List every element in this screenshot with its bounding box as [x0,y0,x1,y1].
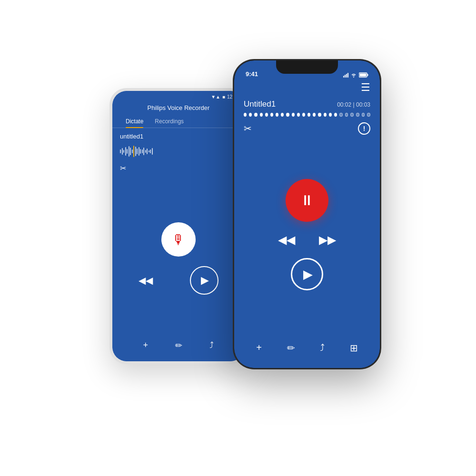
scene: ▼▲ ■ 12:30 Philips Voice Recorder Dictat… [95,60,381,416]
front-image-button[interactable]: ⊞ [350,342,358,354]
front-play-icon: ▶ [303,267,313,282]
progress-dot-filled [244,113,247,117]
back-share-button[interactable]: ⤴ [209,340,214,351]
signal-bars-icon [343,73,348,78]
back-edit-button[interactable]: ✏ [175,340,182,351]
progress-dot-filled [329,113,332,117]
front-status-time: 9:41 [246,70,258,78]
front-share-button[interactable]: ⤴ [320,342,325,354]
back-bottom-row: ◀◀ ▶ [120,266,237,295]
back-filename: untitled1 [120,133,237,140]
back-tab-dictate[interactable]: Dictate [120,115,149,128]
back-play-button[interactable]: ▶ [190,266,218,295]
progress-dot-filled [334,113,337,117]
front-phone: 9:41 [233,60,381,369]
progress-dot-empty [362,113,365,117]
pause-icon: ⏸ [300,192,314,208]
back-footer: + ✏ ⤴ [120,335,237,357]
menu-icon[interactable]: ☰ [361,81,370,94]
progress-dot-filled [297,113,300,117]
rewind-button[interactable]: ◀◀ [278,233,295,247]
progress-dot-filled [313,113,316,117]
back-add-button[interactable]: + [143,340,149,351]
warning-icon[interactable]: ! [358,122,370,135]
front-filename: Untitled1 [244,99,276,109]
progress-dot-filled [281,113,284,117]
progress-dot-empty [350,113,354,117]
front-play-button[interactable]: ▶ [291,258,323,290]
back-tab-recordings[interactable]: Recordings [149,115,189,128]
svg-rect-2 [367,74,368,76]
svg-rect-3 [360,74,367,77]
progress-dot-filled [318,113,321,117]
progress-dot-filled [292,113,295,117]
back-controls: 🎙 ◀◀ ▶ [120,182,237,335]
back-play-icon: ▶ [201,274,209,287]
back-status-bar: ▼▲ ■ 12:30 [112,91,245,102]
back-rewind-button[interactable]: ◀◀ [139,275,153,286]
front-recording-info: Untitled1 00:02 | 00:03 [234,98,380,113]
front-screen: 9:41 [234,60,380,368]
front-main-controls: ⏸ ◀◀ ▶▶ ▶ [234,142,380,337]
svg-point-0 [353,77,354,78]
scissors-icon[interactable]: ✂ [244,123,252,134]
battery-icon [359,72,368,78]
front-footer: + ✏ ⤴ ⊞ [234,337,380,368]
progress-dot-filled [276,113,278,117]
progress-dot-filled [286,113,289,117]
front-header: ☰ [234,79,380,98]
progress-dot-filled [265,113,268,117]
progress-dot-filled [249,113,252,117]
back-waveform [120,144,237,159]
wifi-icon [350,73,357,78]
progress-dot-empty [339,113,343,117]
phone-notch [276,60,338,74]
back-status-battery: ■ [222,94,225,99]
front-tools: ✂ ! [234,120,380,142]
back-mic-icon: 🎙 [172,232,185,248]
progress-dot-empty [356,113,359,117]
back-phone: ▼▲ ■ 12:30 Philips Voice Recorder Dictat… [109,88,248,364]
fast-forward-button[interactable]: ▶▶ [319,233,336,247]
progress-dot-filled [270,113,273,117]
progress-dot-empty [367,113,370,117]
back-status-signal: ▼▲ [211,94,220,99]
front-edit-button[interactable]: ✏ [287,342,295,354]
front-secondary-controls: ◀◀ ▶▶ [278,233,336,247]
progress-dot-filled [324,113,327,117]
front-progress-dots [234,113,380,120]
back-mic-button[interactable]: 🎙 [161,222,196,257]
back-app-title: Philips Voice Recorder [112,102,245,115]
front-status-icons [343,72,368,78]
progress-dot-filled [302,113,305,117]
progress-dot-filled [260,113,263,117]
front-add-button[interactable]: + [256,342,262,354]
progress-dot-filled [254,113,257,117]
back-scissors-icon[interactable]: ✂ [120,164,237,173]
progress-dot-empty [345,113,348,117]
front-time-display: 00:02 | 00:03 [337,101,370,108]
back-tabs: Dictate Recordings [112,115,245,128]
progress-dot-filled [307,113,310,117]
pause-button[interactable]: ⏸ [286,179,328,222]
